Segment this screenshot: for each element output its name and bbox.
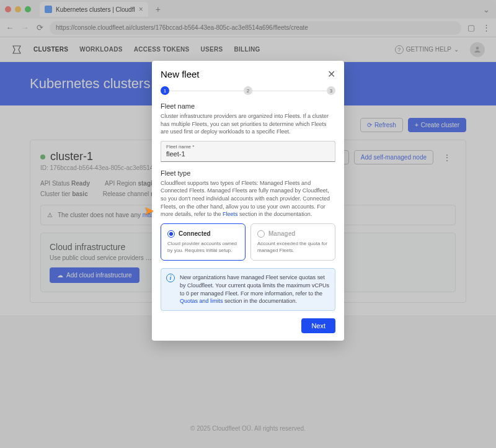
close-icon[interactable]: ✕ xyxy=(327,68,335,80)
stepper: 1 2 3 xyxy=(161,86,335,95)
step-1[interactable]: 1 xyxy=(161,86,169,95)
quotas-link[interactable]: Quotas and limits xyxy=(180,298,223,304)
next-button[interactable]: Next xyxy=(301,318,335,333)
input-floating-label: Fleet name * xyxy=(166,144,330,150)
fleet-type-managed[interactable]: Managed Account exceeded the quota for m… xyxy=(250,223,335,261)
step-3: 3 xyxy=(327,86,335,95)
step-2: 2 xyxy=(244,86,252,95)
modal-title: New fleet xyxy=(161,69,200,79)
fleets-doc-link[interactable]: Fleets xyxy=(223,211,238,217)
fleet-name-label: Fleet name xyxy=(161,102,335,110)
quota-info-box: i New organizations have managed Fleet s… xyxy=(161,268,335,310)
fleet-type-label: Fleet type xyxy=(161,169,335,177)
radio-icon xyxy=(257,230,265,238)
fleet-name-input[interactable]: Fleet name * fleet-1 xyxy=(161,141,335,162)
fleet-type-desc: Cloudfleet supports two types of Fleets:… xyxy=(161,179,335,218)
input-value: fleet-1 xyxy=(166,150,330,158)
fleet-type-connected[interactable]: Connected Cloud provider accounts owned … xyxy=(161,223,246,261)
radio-icon xyxy=(167,230,175,238)
annotation-arrow xyxy=(135,206,154,216)
info-icon: i xyxy=(166,274,175,282)
fleet-name-desc: Cluster infrastructure providers are org… xyxy=(161,112,335,136)
new-fleet-modal: New fleet ✕ 1 2 3 Fleet name Cluster inf… xyxy=(152,61,344,341)
